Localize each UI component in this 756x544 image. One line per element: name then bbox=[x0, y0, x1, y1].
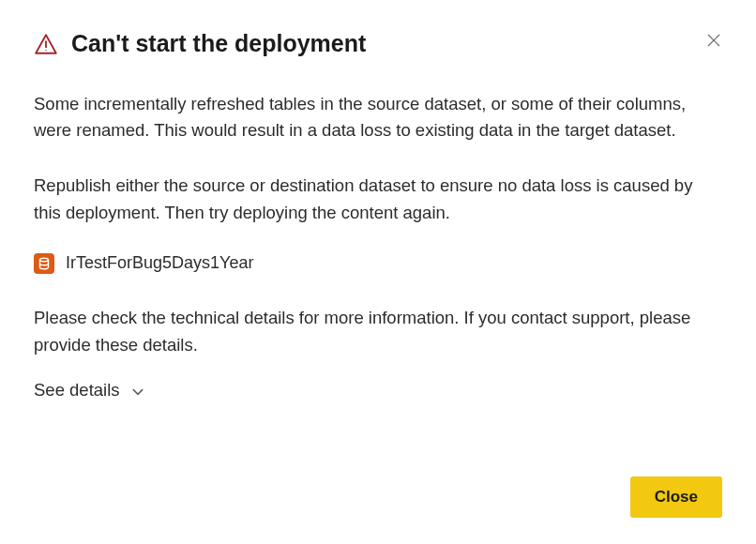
dialog-footer: Close bbox=[630, 476, 722, 518]
see-details-label: See details bbox=[34, 377, 120, 404]
dialog-title: Can't start the deployment bbox=[71, 28, 366, 59]
close-button[interactable]: Close bbox=[630, 476, 722, 518]
error-description-2: Republish either the source or destinati… bbox=[34, 173, 722, 226]
close-icon-button[interactable] bbox=[703, 30, 724, 51]
support-hint: Please check the technical details for m… bbox=[34, 305, 722, 358]
dialog-body: Some incrementally refreshed tables in t… bbox=[34, 91, 722, 405]
dataset-name-label: IrTestForBug5Days1Year bbox=[66, 250, 253, 277]
svg-point-3 bbox=[45, 50, 46, 51]
warning-triangle-icon bbox=[34, 32, 58, 56]
dialog-header: Can't start the deployment bbox=[34, 28, 722, 59]
svg-point-4 bbox=[40, 258, 49, 262]
error-dialog: Can't start the deployment Some incremen… bbox=[0, 0, 756, 544]
dataset-icon bbox=[34, 253, 54, 274]
error-description-1: Some incrementally refreshed tables in t… bbox=[34, 91, 722, 144]
chevron-down-icon bbox=[131, 385, 144, 399]
see-details-toggle[interactable]: See details bbox=[34, 377, 722, 404]
dataset-item: IrTestForBug5Days1Year bbox=[34, 250, 722, 277]
close-icon bbox=[707, 34, 720, 47]
